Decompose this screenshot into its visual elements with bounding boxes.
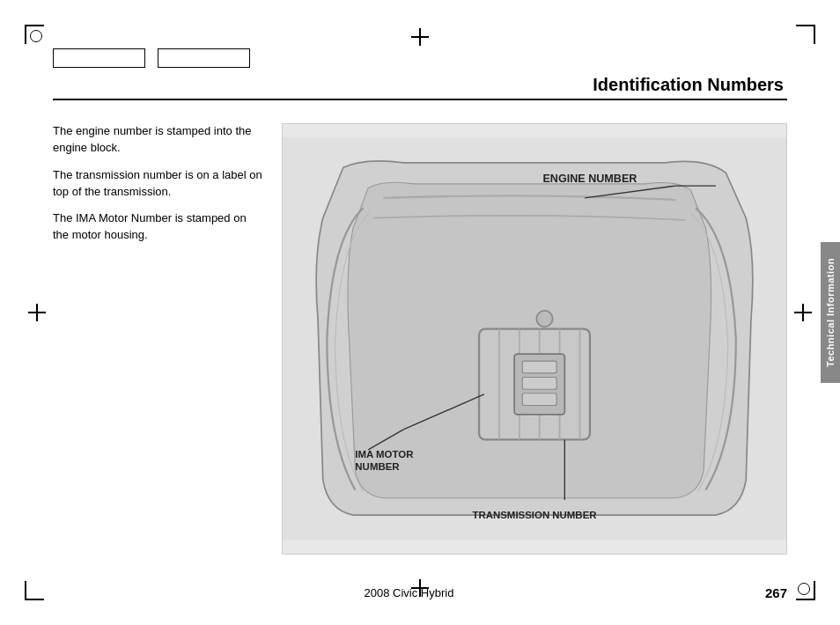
footer: 2008 Civic Hybrid 267 <box>53 585 787 600</box>
sidebar-tab: Technical Information <box>821 242 840 383</box>
paragraph-transmission: The transmission number is on a label on… <box>53 167 264 201</box>
svg-rect-9 <box>522 377 556 389</box>
svg-text:IMA MOTOR: IMA MOTOR <box>355 449 414 460</box>
footer-label: 2008 Civic Hybrid <box>365 586 454 599</box>
header-box-2 <box>158 48 250 68</box>
svg-text:TRANSMISSION NUMBER: TRANSMISSION NUMBER <box>472 510 597 520</box>
diagram-area: ENGINE NUMBER IMA MOTOR NUMBER TRANSMISS… <box>282 123 787 555</box>
divider-line <box>53 99 787 100</box>
svg-point-11 <box>536 311 552 327</box>
header-box-1 <box>53 48 145 68</box>
page-number: 267 <box>765 585 787 600</box>
crosshair-left <box>28 304 46 321</box>
corner-mark-top-right <box>789 25 815 51</box>
circle-mark-top-left <box>30 30 42 42</box>
svg-rect-10 <box>522 393 556 406</box>
content-area: The engine number is stamped into the en… <box>53 123 787 555</box>
crosshair-right <box>794 304 812 321</box>
circle-mark-bottom-right <box>798 583 810 595</box>
svg-rect-8 <box>522 361 556 373</box>
svg-text:NUMBER: NUMBER <box>355 461 400 472</box>
svg-text:ENGINE NUMBER: ENGINE NUMBER <box>542 173 637 185</box>
corner-mark-bottom-left <box>25 574 51 600</box>
header-area: Identification Numbers <box>53 48 787 100</box>
paragraph-motor: The IMA Motor Number is stamped on the m… <box>53 210 264 244</box>
header-boxes <box>53 48 787 68</box>
text-column: The engine number is stamped into the en… <box>53 123 264 555</box>
diagram-svg: ENGINE NUMBER IMA MOTOR NUMBER TRANSMISS… <box>283 124 786 554</box>
page-title: Identification Numbers <box>53 75 787 95</box>
paragraph-engine: The engine number is stamped into the en… <box>53 123 264 157</box>
crosshair-top <box>411 28 429 46</box>
sidebar-label: Technical Information <box>825 258 836 367</box>
footer-center: 2008 Civic Hybrid <box>53 586 765 599</box>
